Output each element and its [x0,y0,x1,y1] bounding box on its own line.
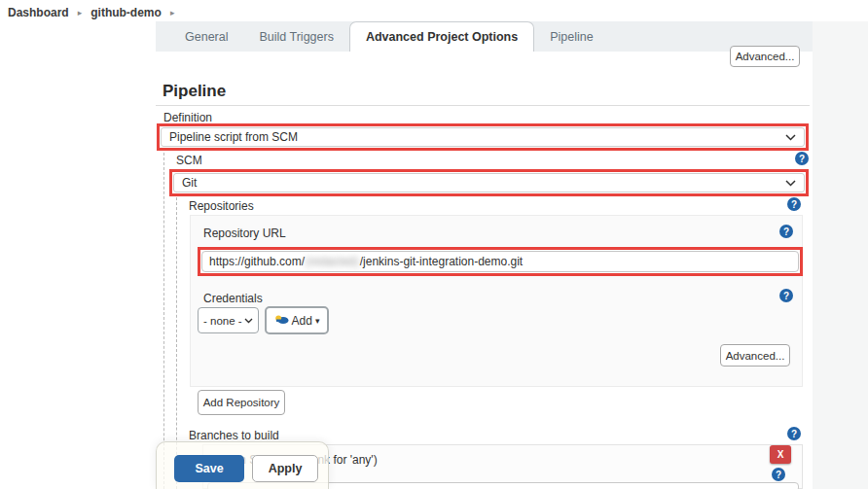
scm-selected-value: Git [182,176,197,190]
key-icon [274,314,289,328]
help-icon[interactable]: ? [772,468,785,481]
breadcrumb-job[interactable]: github-demo [90,6,162,19]
section-divider [156,105,810,106]
repository-url-prefix: https://github.com/ [209,255,305,268]
help-icon[interactable]: ? [787,197,801,211]
repository-panel [190,215,803,387]
breadcrumb: Dashboard ▸ github-demo ▸ [8,4,174,21]
repository-url-input[interactable]: https://github.com/(redacted)/jenkins-gi… [201,251,799,272]
credentials-select[interactable]: - none - [198,307,259,333]
repository-url-field-highlight: https://github.com/(redacted)/jenkins-gi… [198,247,803,276]
tab-build-triggers[interactable]: Build Triggers [243,23,348,52]
advanced-button-top[interactable]: Advanced... [730,46,800,67]
tab-pipeline[interactable]: Pipeline [534,23,608,52]
repositories-label: Repositories [189,199,254,213]
save-bar: Save Apply [156,441,329,489]
tab-general[interactable]: General [169,23,243,52]
scm-label: SCM [176,154,202,167]
definition-selected-value: Pipeline script from SCM [169,130,298,144]
branches-to-build-label: Branches to build [189,429,279,442]
credentials-label: Credentials [203,292,263,305]
save-button[interactable]: Save [174,455,244,482]
repository-url-redacted: (redacted) [306,255,359,268]
add-credentials-button[interactable]: Add ▾ [265,306,329,334]
breadcrumb-separator-icon[interactable]: ▸ [170,8,175,17]
breadcrumb-separator-icon[interactable]: ▸ [78,8,83,17]
delete-branch-button[interactable]: X [770,445,791,464]
indent-guide [163,153,164,489]
apply-button[interactable]: Apply [252,455,318,482]
repository-url-label: Repository URL [203,227,286,240]
repository-url-suffix: /jenkins-git-integration-demo.git [360,255,523,268]
pipeline-section-heading: Pipeline [163,82,226,101]
chevron-down-icon [785,180,796,187]
tab-advanced-project-options[interactable]: Advanced Project Options [349,21,534,52]
help-icon[interactable]: ? [787,427,801,440]
breadcrumb-dashboard[interactable]: Dashboard [8,6,69,19]
chevron-down-icon [244,318,253,324]
advanced-button-repository[interactable]: Advanced... [720,344,790,367]
add-credentials-label: Add [292,314,312,328]
add-repository-button[interactable]: Add Repository [198,390,285,415]
scm-select[interactable]: Git [169,169,809,196]
jenkins-configure-page: Dashboard ▸ github-demo ▸ General Build … [0,0,868,489]
help-icon[interactable]: ? [795,152,809,165]
config-tab-bar: General Build Triggers Advanced Project … [156,21,813,52]
help-icon[interactable]: ? [779,225,793,238]
caret-down-icon: ▾ [315,316,320,326]
credentials-selected-value: - none - [203,315,242,327]
definition-select[interactable]: Pipeline script from SCM [157,123,809,151]
page-background-strip [813,21,868,489]
help-icon[interactable]: ? [779,289,793,302]
definition-label: Definition [163,111,212,124]
chevron-down-icon [785,134,796,141]
